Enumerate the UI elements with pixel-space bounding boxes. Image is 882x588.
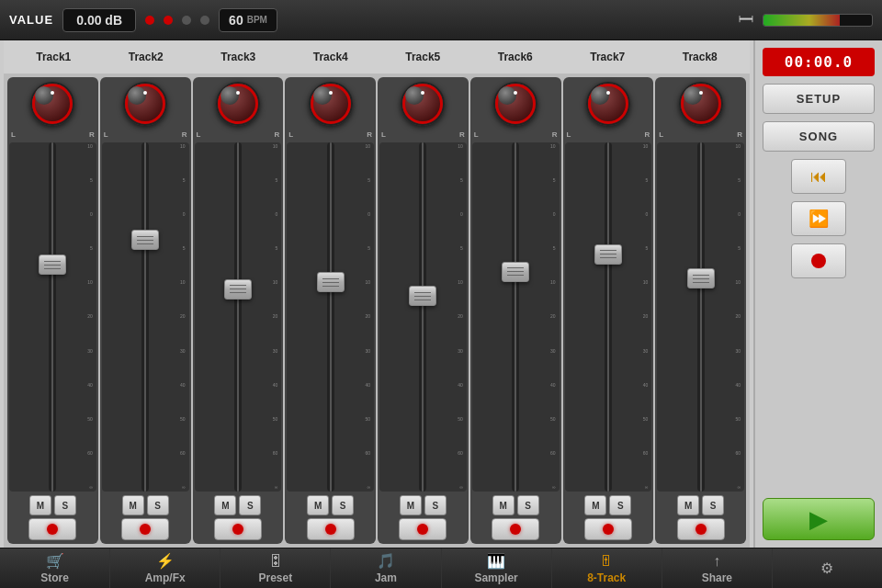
play-button[interactable]: ▶	[763, 498, 875, 540]
m-button-3[interactable]: M	[214, 495, 236, 515]
fader-area-4[interactable]: 10505102030405060∞	[287, 142, 374, 492]
m-button-2[interactable]: M	[122, 495, 144, 515]
record-button[interactable]	[791, 243, 846, 278]
rewind-button[interactable]: ⏮	[791, 159, 846, 194]
rec-button-3[interactable]	[214, 518, 262, 540]
fader-area-8[interactable]: 10505102030405060∞	[657, 142, 744, 492]
fader-track-4[interactable]	[327, 142, 334, 492]
scale-8: 10505102030405060∞	[735, 142, 741, 492]
lr-labels-2: L R	[102, 130, 189, 139]
s-button-6[interactable]: S	[517, 495, 539, 515]
track-header-8: Track8	[654, 51, 747, 63]
tab-sampler[interactable]: 🎹Sampler	[442, 548, 552, 588]
fader-handle-4[interactable]	[317, 272, 345, 292]
lr-labels-1: L R	[9, 130, 96, 139]
fader-handle-2[interactable]	[131, 230, 159, 250]
fader-track-5[interactable]	[419, 142, 426, 492]
setup-button[interactable]: SETUP	[763, 84, 875, 114]
fader-handle-3[interactable]	[224, 279, 252, 300]
dot-red-2	[164, 16, 173, 25]
tab-store[interactable]: 🛒Store	[0, 548, 110, 588]
ms-row-1: MS	[29, 495, 76, 515]
knob-1[interactable]	[29, 81, 75, 127]
rec-button-2[interactable]	[121, 518, 169, 540]
ms-row-6: MS	[492, 495, 539, 515]
ms-row-5: MS	[400, 495, 447, 515]
m-button-6[interactable]: M	[492, 495, 514, 515]
knob-7[interactable]	[585, 81, 631, 127]
m-button-1[interactable]: M	[29, 495, 51, 515]
m-button-8[interactable]: M	[677, 495, 699, 515]
song-button[interactable]: SONG	[763, 121, 875, 152]
knob-6[interactable]	[492, 81, 538, 127]
tab-label-8track: 8-Track	[587, 571, 626, 584]
s-button-4[interactable]: S	[332, 495, 354, 515]
fader-area-1[interactable]: 10505102030405060∞	[9, 142, 96, 492]
knob-2[interactable]	[122, 81, 168, 127]
track-channel-3: L R 10505102030405060∞MS	[193, 77, 284, 544]
rec-dot-1	[47, 524, 58, 535]
knob-4[interactable]	[308, 81, 354, 127]
s-button-3[interactable]: S	[239, 495, 261, 515]
rec-dot-5	[417, 524, 428, 535]
m-button-7[interactable]: M	[584, 495, 606, 515]
tab-share[interactable]: ↑Share	[662, 548, 773, 588]
track-header-2: Track2	[100, 51, 193, 63]
track-bottom-4: MS	[287, 495, 374, 540]
ms-row-2: MS	[122, 495, 169, 515]
fader-handle-6[interactable]	[502, 262, 529, 282]
dot-red-1	[145, 16, 154, 25]
tab-jam[interactable]: 🎵Jam	[331, 548, 441, 588]
scale-4: 10505102030405060∞	[365, 142, 370, 492]
s-button-1[interactable]: S	[54, 495, 76, 515]
m-button-4[interactable]: M	[307, 495, 329, 515]
s-button-5[interactable]: S	[424, 495, 447, 515]
fader-area-6[interactable]: 10505102030405060∞	[472, 142, 560, 492]
rec-button-7[interactable]	[584, 518, 632, 540]
tab-icon-sampler: 🎹	[487, 552, 505, 570]
dot-gray-2	[200, 16, 209, 25]
rec-button-6[interactable]	[492, 518, 539, 540]
fader-track-8[interactable]	[697, 142, 705, 492]
fader-handle-8[interactable]	[687, 268, 715, 288]
fader-area-5[interactable]: 10505102030405060∞	[379, 142, 467, 492]
fader-track-6[interactable]	[512, 142, 519, 492]
s-button-2[interactable]: S	[147, 495, 169, 515]
tab-8track[interactable]: 🎚8-Track	[552, 548, 662, 588]
fader-handle-7[interactable]	[594, 244, 622, 265]
bpm-display[interactable]: 60 BPM	[219, 8, 277, 32]
fast-forward-button[interactable]: ⏩	[791, 201, 846, 236]
track-bottom-7: MS	[565, 495, 652, 540]
rec-button-1[interactable]	[28, 518, 76, 540]
rec-button-8[interactable]	[677, 518, 725, 540]
scale-7: 10505102030405060∞	[643, 142, 649, 492]
tab-ampfx[interactable]: ⚡Amp/Fx	[110, 548, 220, 588]
knob-3[interactable]	[215, 81, 261, 127]
fader-area-3[interactable]: 10505102030405060∞	[195, 142, 282, 492]
fader-track-3[interactable]	[234, 142, 242, 492]
record-icon	[811, 254, 826, 268]
meter-bar	[763, 15, 840, 26]
rec-button-4[interactable]	[307, 518, 355, 540]
tuner-icon[interactable]: 𝄩	[739, 9, 753, 30]
tab-preset[interactable]: 🎛Preset	[220, 548, 331, 588]
s-button-7[interactable]: S	[609, 495, 631, 515]
fader-area-7[interactable]: 10505102030405060∞	[565, 142, 652, 492]
fader-handle-1[interactable]	[39, 254, 66, 275]
knob-8[interactable]	[678, 81, 724, 127]
fader-track-2[interactable]	[141, 142, 149, 492]
fader-track-1[interactable]	[49, 142, 56, 492]
s-button-8[interactable]: S	[702, 495, 724, 515]
track-header-4: Track4	[285, 51, 378, 63]
tab-label-preset: Preset	[258, 571, 292, 584]
lr-labels-8: L R	[657, 130, 744, 139]
m-button-5[interactable]: M	[400, 495, 422, 515]
fader-track-7[interactable]	[605, 142, 612, 492]
fader-handle-5[interactable]	[409, 286, 436, 306]
knob-5[interactable]	[400, 81, 446, 127]
ms-row-8: MS	[677, 495, 724, 515]
fader-area-2[interactable]: 10505102030405060∞	[102, 142, 189, 492]
tab-settings[interactable]: ⚙	[773, 548, 882, 588]
rec-button-5[interactable]	[399, 518, 447, 540]
tab-icon-ampfx: ⚡	[156, 552, 175, 570]
